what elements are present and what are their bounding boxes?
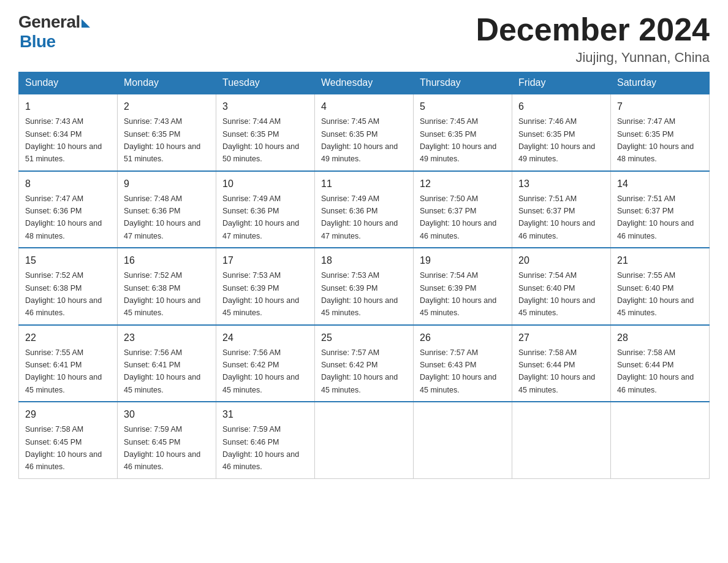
table-row: 2 Sunrise: 7:43 AMSunset: 6:35 PMDayligh…	[118, 94, 216, 171]
calendar-week-row: 22 Sunrise: 7:55 AMSunset: 6:41 PMDaylig…	[19, 325, 710, 402]
table-row: 31 Sunrise: 7:59 AMSunset: 6:46 PMDaylig…	[216, 402, 315, 478]
table-row: 21 Sunrise: 7:55 AMSunset: 6:40 PMDaylig…	[611, 248, 710, 325]
day-info: Sunrise: 7:51 AMSunset: 6:37 PMDaylight:…	[617, 194, 694, 240]
day-info: Sunrise: 7:54 AMSunset: 6:39 PMDaylight:…	[420, 271, 496, 317]
day-number: 29	[25, 407, 111, 422]
day-number: 1	[25, 99, 111, 114]
day-number: 5	[420, 99, 506, 114]
table-row: 16 Sunrise: 7:52 AMSunset: 6:38 PMDaylig…	[118, 248, 216, 325]
day-info: Sunrise: 7:50 AMSunset: 6:37 PMDaylight:…	[420, 194, 496, 240]
day-info: Sunrise: 7:48 AMSunset: 6:36 PMDaylight:…	[124, 194, 200, 240]
day-info: Sunrise: 7:43 AMSunset: 6:34 PMDaylight:…	[25, 117, 102, 163]
calendar-table: Sunday Monday Tuesday Wednesday Thursday…	[18, 72, 710, 479]
day-info: Sunrise: 7:52 AMSunset: 6:38 PMDaylight:…	[124, 271, 200, 317]
header-tuesday: Tuesday	[216, 72, 315, 94]
calendar-header-row: Sunday Monday Tuesday Wednesday Thursday…	[19, 72, 710, 94]
table-row	[611, 402, 710, 478]
day-number: 21	[617, 253, 703, 268]
day-number: 13	[518, 177, 604, 191]
day-number: 19	[420, 253, 506, 268]
day-info: Sunrise: 7:56 AMSunset: 6:41 PMDaylight:…	[124, 348, 200, 394]
table-row: 28 Sunrise: 7:58 AMSunset: 6:44 PMDaylig…	[611, 325, 710, 402]
day-info: Sunrise: 7:46 AMSunset: 6:35 PMDaylight:…	[518, 117, 595, 163]
day-number: 20	[518, 253, 604, 268]
day-info: Sunrise: 7:45 AMSunset: 6:35 PMDaylight:…	[321, 117, 398, 163]
day-number: 10	[222, 177, 308, 191]
header-friday: Friday	[512, 72, 611, 94]
day-number: 30	[124, 407, 210, 422]
day-number: 7	[617, 99, 703, 114]
calendar-week-row: 8 Sunrise: 7:47 AMSunset: 6:36 PMDayligh…	[19, 171, 710, 248]
location-label: Jiujing, Yunnan, China	[476, 50, 710, 66]
page-header: General Blue December 2024 Jiujing, Yunn…	[18, 12, 710, 66]
header-sunday: Sunday	[19, 72, 118, 94]
day-info: Sunrise: 7:47 AMSunset: 6:35 PMDaylight:…	[617, 117, 694, 163]
day-number: 9	[124, 177, 210, 191]
table-row: 19 Sunrise: 7:54 AMSunset: 6:39 PMDaylig…	[414, 248, 512, 325]
header-wednesday: Wednesday	[315, 72, 414, 94]
table-row: 9 Sunrise: 7:48 AMSunset: 6:36 PMDayligh…	[118, 171, 216, 248]
table-row: 14 Sunrise: 7:51 AMSunset: 6:37 PMDaylig…	[611, 171, 710, 248]
day-info: Sunrise: 7:59 AMSunset: 6:45 PMDaylight:…	[124, 425, 200, 471]
table-row	[414, 402, 512, 478]
header-thursday: Thursday	[414, 72, 512, 94]
day-info: Sunrise: 7:57 AMSunset: 6:42 PMDaylight:…	[321, 348, 398, 394]
day-number: 27	[518, 331, 604, 345]
header-monday: Monday	[118, 72, 216, 94]
month-title: December 2024	[476, 12, 710, 47]
day-number: 15	[25, 253, 111, 268]
day-number: 31	[222, 407, 308, 422]
table-row: 24 Sunrise: 7:56 AMSunset: 6:42 PMDaylig…	[216, 325, 315, 402]
day-number: 14	[617, 177, 703, 191]
day-info: Sunrise: 7:53 AMSunset: 6:39 PMDaylight:…	[321, 271, 398, 317]
table-row: 4 Sunrise: 7:45 AMSunset: 6:35 PMDayligh…	[315, 94, 414, 171]
day-number: 24	[222, 331, 308, 345]
table-row: 6 Sunrise: 7:46 AMSunset: 6:35 PMDayligh…	[512, 94, 611, 171]
table-row: 22 Sunrise: 7:55 AMSunset: 6:41 PMDaylig…	[19, 325, 118, 402]
table-row: 26 Sunrise: 7:57 AMSunset: 6:43 PMDaylig…	[414, 325, 512, 402]
table-row: 18 Sunrise: 7:53 AMSunset: 6:39 PMDaylig…	[315, 248, 414, 325]
day-number: 26	[420, 331, 506, 345]
day-info: Sunrise: 7:55 AMSunset: 6:40 PMDaylight:…	[617, 271, 694, 317]
day-number: 4	[321, 99, 407, 114]
table-row: 27 Sunrise: 7:58 AMSunset: 6:44 PMDaylig…	[512, 325, 611, 402]
table-row: 20 Sunrise: 7:54 AMSunset: 6:40 PMDaylig…	[512, 248, 611, 325]
day-info: Sunrise: 7:58 AMSunset: 6:45 PMDaylight:…	[25, 425, 102, 471]
day-info: Sunrise: 7:57 AMSunset: 6:43 PMDaylight:…	[420, 348, 496, 394]
day-number: 2	[124, 99, 210, 114]
table-row	[512, 402, 611, 478]
day-info: Sunrise: 7:43 AMSunset: 6:35 PMDaylight:…	[124, 117, 200, 163]
day-number: 25	[321, 331, 407, 345]
day-number: 16	[124, 253, 210, 268]
day-info: Sunrise: 7:52 AMSunset: 6:38 PMDaylight:…	[25, 271, 102, 317]
table-row: 7 Sunrise: 7:47 AMSunset: 6:35 PMDayligh…	[611, 94, 710, 171]
logo: General Blue	[18, 12, 90, 52]
day-number: 22	[25, 331, 111, 345]
header-saturday: Saturday	[611, 72, 710, 94]
day-info: Sunrise: 7:59 AMSunset: 6:46 PMDaylight:…	[222, 425, 299, 471]
day-number: 18	[321, 253, 407, 268]
calendar-week-row: 29 Sunrise: 7:58 AMSunset: 6:45 PMDaylig…	[19, 402, 710, 478]
day-number: 23	[124, 331, 210, 345]
logo-blue-text: Blue	[20, 32, 56, 52]
day-number: 11	[321, 177, 407, 191]
table-row: 17 Sunrise: 7:53 AMSunset: 6:39 PMDaylig…	[216, 248, 315, 325]
day-info: Sunrise: 7:58 AMSunset: 6:44 PMDaylight:…	[518, 348, 595, 394]
day-info: Sunrise: 7:44 AMSunset: 6:35 PMDaylight:…	[222, 117, 299, 163]
day-info: Sunrise: 7:55 AMSunset: 6:41 PMDaylight:…	[25, 348, 102, 394]
day-number: 28	[617, 331, 703, 345]
calendar-week-row: 15 Sunrise: 7:52 AMSunset: 6:38 PMDaylig…	[19, 248, 710, 325]
day-info: Sunrise: 7:47 AMSunset: 6:36 PMDaylight:…	[25, 194, 102, 240]
table-row: 10 Sunrise: 7:49 AMSunset: 6:36 PMDaylig…	[216, 171, 315, 248]
day-info: Sunrise: 7:58 AMSunset: 6:44 PMDaylight:…	[617, 348, 694, 394]
table-row: 1 Sunrise: 7:43 AMSunset: 6:34 PMDayligh…	[19, 94, 118, 171]
table-row: 5 Sunrise: 7:45 AMSunset: 6:35 PMDayligh…	[414, 94, 512, 171]
day-info: Sunrise: 7:56 AMSunset: 6:42 PMDaylight:…	[222, 348, 299, 394]
title-section: December 2024 Jiujing, Yunnan, China	[476, 12, 710, 66]
day-info: Sunrise: 7:53 AMSunset: 6:39 PMDaylight:…	[222, 271, 299, 317]
table-row: 3 Sunrise: 7:44 AMSunset: 6:35 PMDayligh…	[216, 94, 315, 171]
table-row: 23 Sunrise: 7:56 AMSunset: 6:41 PMDaylig…	[118, 325, 216, 402]
day-number: 8	[25, 177, 111, 191]
table-row: 11 Sunrise: 7:49 AMSunset: 6:36 PMDaylig…	[315, 171, 414, 248]
day-info: Sunrise: 7:54 AMSunset: 6:40 PMDaylight:…	[518, 271, 595, 317]
